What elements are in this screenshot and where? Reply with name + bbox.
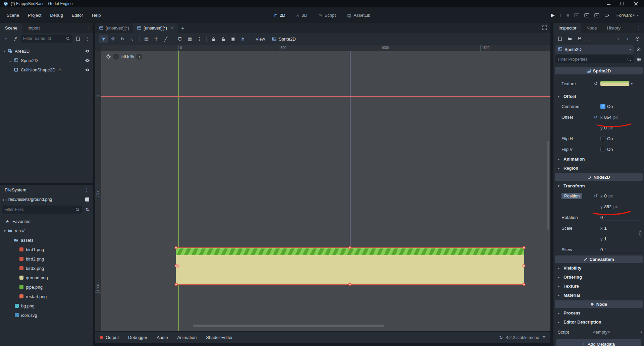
filesystem-menu-icon[interactable]: ⋮ xyxy=(82,187,92,192)
skew-field[interactable]: 0 xyxy=(600,247,603,252)
movie-maker-button[interactable] xyxy=(604,13,609,17)
property-filter-input[interactable] xyxy=(558,57,627,62)
fs-row-favorites[interactable]: ★ Favorites: xyxy=(0,217,93,226)
flip-v-checkbox[interactable] xyxy=(600,147,605,152)
selection-handle[interactable] xyxy=(175,283,178,286)
rotate-tool-button[interactable]: ↻ xyxy=(118,35,127,43)
section-node[interactable]: Node xyxy=(555,300,643,308)
fs-row-restart[interactable]: restart.png xyxy=(0,292,93,301)
scene-filter-box[interactable] xyxy=(21,35,72,43)
pan-tool-button[interactable]: ✛ xyxy=(152,35,161,43)
inspector-dock-menu-icon[interactable]: ⋮ xyxy=(634,25,644,31)
selection-handle[interactable] xyxy=(175,265,178,268)
scale-link-icon[interactable] xyxy=(639,229,642,237)
instance-scene-button[interactable] xyxy=(11,35,19,43)
collapse-icon[interactable]: ▾ xyxy=(2,229,7,233)
tab-node[interactable]: Node xyxy=(581,23,602,33)
group-transform[interactable]: ▾Transform xyxy=(553,181,644,190)
expand-bottom-panel-icon[interactable]: ≣ xyxy=(542,335,546,340)
group-offset[interactable]: ▾Offset xyxy=(553,92,644,101)
group-editor-description[interactable]: ▸Editor Description xyxy=(553,318,644,327)
menu-project[interactable]: Project xyxy=(24,11,45,20)
scene-tree-row-collisionshape2d[interactable]: CollisionShape2D ⚠ xyxy=(0,65,93,74)
new-scene-tab-button[interactable]: + xyxy=(178,24,187,32)
sprite2d-context-menu[interactable]: Sprite2D xyxy=(269,35,299,43)
flip-h-checkbox[interactable] xyxy=(600,136,605,141)
selection-handle[interactable] xyxy=(523,265,526,268)
centered-checkbox[interactable]: ✓ xyxy=(600,104,605,109)
play-remote-button[interactable] xyxy=(574,13,579,17)
scale-x-field[interactable]: 1 xyxy=(604,226,607,231)
breadcrumb[interactable]: res://assets/ground.png xyxy=(8,197,84,202)
history-back-icon[interactable]: ‹ xyxy=(614,35,622,43)
chevron-down-icon[interactable]: ▾ xyxy=(631,82,633,85)
group-visibility[interactable]: ▸Visibility xyxy=(553,264,644,273)
workspace-script-button[interactable]: ✎Script xyxy=(314,11,340,19)
pause-button[interactable]: ‖ xyxy=(559,13,561,18)
selection-handle[interactable] xyxy=(523,246,526,249)
fs-row-bird3[interactable]: bird3.png xyxy=(0,264,93,273)
rotation-field[interactable]: 0 xyxy=(600,215,603,220)
menu-debug[interactable]: Debug xyxy=(46,11,67,20)
ground-sprite[interactable] xyxy=(176,248,524,284)
nav-back-icon[interactable]: ‹ xyxy=(3,197,4,202)
bottom-tab-animation[interactable]: Animation xyxy=(177,335,197,340)
scene-tab-2[interactable]: [unsaved](*) xyxy=(133,23,178,33)
zoom-level[interactable]: 59.5 % xyxy=(121,54,134,59)
play-button[interactable]: ▶ xyxy=(551,12,555,18)
scale-y-field[interactable]: 1 xyxy=(604,236,607,241)
scene-tree-row-area2d[interactable]: ▾ Area2D xyxy=(0,46,93,56)
group-texture[interactable]: ▸Texture xyxy=(553,282,644,291)
canvas[interactable]: − 59.5 % + xyxy=(101,51,550,331)
warning-icon[interactable]: ⚠ xyxy=(58,67,62,72)
scale-tool-button[interactable]: ↔ xyxy=(128,35,137,43)
lock-button[interactable] xyxy=(209,35,218,43)
revert-icon[interactable]: ↺ xyxy=(593,193,599,198)
renderer-select[interactable]: Forward+▾ xyxy=(616,13,639,18)
skeleton-options-button[interactable]: ⋔ xyxy=(238,35,247,43)
collapse-icon[interactable]: ▾ xyxy=(2,49,7,53)
workspace-2d-button[interactable]: ↱2D xyxy=(269,11,290,19)
menu-help[interactable]: Help xyxy=(88,11,105,20)
stop-button[interactable]: ■ xyxy=(567,13,569,18)
history-forward-icon[interactable]: › xyxy=(624,35,632,43)
revert-icon[interactable]: ↺ xyxy=(593,81,599,86)
section-node2d[interactable]: Node2D xyxy=(555,173,643,181)
fs-row-pipe[interactable]: pipe.png xyxy=(0,282,93,292)
grid-snap-button[interactable]: ▦ xyxy=(185,35,194,43)
nav-forward-icon[interactable]: › xyxy=(5,197,7,202)
resource-menu-icon[interactable]: ⋮ xyxy=(585,35,593,43)
select-tool-button[interactable]: ➤ xyxy=(99,35,108,43)
skew-slider[interactable] xyxy=(601,253,641,253)
group-ordering[interactable]: ▸Ordering xyxy=(553,273,644,282)
revert-icon[interactable]: ↺ xyxy=(593,115,599,120)
snap-options-icon[interactable]: ⋮ xyxy=(195,35,204,43)
offset-y-field[interactable]: 0 xyxy=(604,125,607,130)
fs-row-assets[interactable]: assets xyxy=(0,235,93,245)
bottom-tab-audio[interactable]: Audio xyxy=(157,335,168,340)
fs-row-bird1[interactable]: bird1.png xyxy=(0,245,93,254)
list-select-button[interactable]: ▤ xyxy=(142,35,151,43)
fs-row-bird2[interactable]: bird2.png xyxy=(0,254,93,264)
ruler-tool-button[interactable]: ╱ xyxy=(161,35,170,43)
selection-handle[interactable] xyxy=(175,246,178,249)
2d-viewport[interactable]: 0 500 1000 1500 0 500 1000 − 59.5 % + xyxy=(95,45,550,331)
toggle-split-mode-icon[interactable] xyxy=(85,197,89,201)
group-region[interactable]: ▸Region xyxy=(553,164,644,173)
section-sprite2d[interactable]: Sprite2D xyxy=(555,67,643,74)
chevron-down-icon[interactable]: ▾ xyxy=(640,330,642,334)
selection-handle[interactable] xyxy=(348,246,352,249)
menu-editor[interactable]: Editor xyxy=(68,11,87,20)
script-field[interactable]: <empty> xyxy=(593,330,610,335)
fs-row-ground[interactable]: ground.png xyxy=(0,273,93,282)
workspace-assetlib-button[interactable]: ▤AssetLib xyxy=(343,11,375,19)
group-material[interactable]: ▸Material xyxy=(553,291,644,300)
fs-row-icon[interactable]: icon.svg xyxy=(0,310,93,320)
fs-row-res[interactable]: ▾ res:// xyxy=(0,226,93,235)
menu-scene[interactable]: Scene xyxy=(3,11,23,20)
file-filter-input[interactable] xyxy=(4,207,75,212)
tab-scene[interactable]: Scene xyxy=(0,23,22,33)
bottom-tab-shader-editor[interactable]: Shader Editor xyxy=(206,335,233,340)
extra-resource-options-icon[interactable] xyxy=(635,47,642,51)
property-tools-icon[interactable] xyxy=(635,58,642,61)
